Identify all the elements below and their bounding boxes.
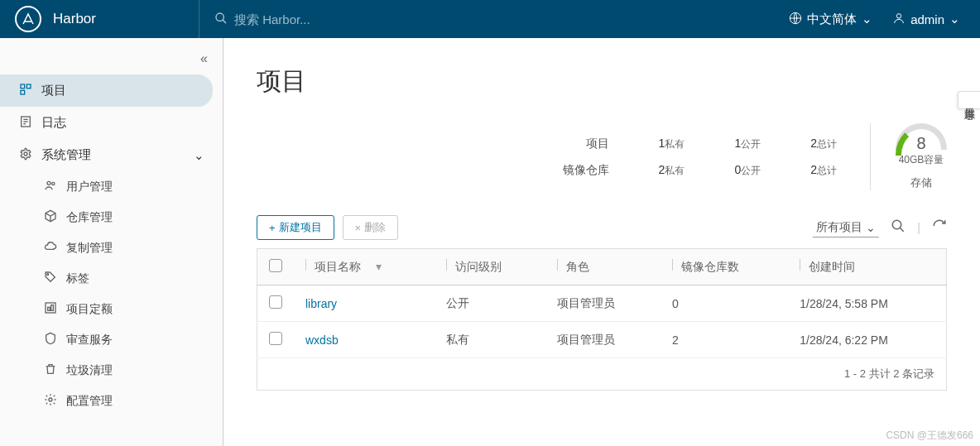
cell-access: 公开 [435, 285, 545, 322]
filter-label: 所有项目 [816, 220, 862, 235]
cell-created: 1/28/24, 6:22 PM [788, 322, 946, 358]
sidebar-item-label: 用户管理 [66, 180, 113, 194]
table-row: wxdsb 私有 项目管理员 2 1/28/24, 6:22 PM [257, 322, 947, 358]
sidebar-item-labels[interactable]: 标签 [25, 263, 223, 294]
plus-icon: + [269, 222, 276, 234]
row-checkbox[interactable] [269, 295, 282, 309]
cell-created: 1/28/24, 5:58 PM [788, 285, 946, 322]
svg-point-0 [216, 13, 223, 21]
sidebar-collapse-button[interactable]: « [0, 46, 223, 74]
button-label: 删除 [364, 220, 386, 235]
delete-button[interactable]: × 删除 [343, 215, 399, 240]
search-icon[interactable] [891, 218, 906, 237]
sidebar-item-quotas[interactable]: 项目定额 [25, 294, 223, 324]
sidebar-item-label: 复制管理 [66, 241, 113, 256]
stat-row-label: 项目 [563, 137, 609, 151]
quota-icon [43, 301, 58, 317]
sidebar-item-logs[interactable]: 日志 [0, 107, 223, 139]
sidebar-item-label: 审查服务 [66, 333, 113, 348]
stat-value: 2总计 [810, 137, 837, 151]
gear-icon [43, 393, 58, 409]
chevron-down-icon: ⌄ [866, 221, 876, 234]
svg-point-14 [47, 274, 49, 276]
close-icon: × [355, 222, 362, 234]
sidebar-item-config[interactable]: 配置管理 [25, 386, 223, 416]
app-header: Harbor 中文简体 ⌄ admin ⌄ [0, 0, 980, 38]
svg-point-3 [896, 13, 901, 17]
search-area [199, 0, 769, 38]
sidebar-item-replication[interactable]: 复制管理 [25, 233, 223, 263]
watermark-text: CSDN @王德发666 [886, 429, 973, 443]
button-label: 新建项目 [279, 220, 322, 235]
sidebar-item-label: 仓库管理 [66, 210, 113, 225]
new-project-button[interactable]: + 新建项目 [257, 215, 334, 240]
svg-line-1 [223, 20, 226, 23]
cell-role: 项目管理员 [545, 285, 661, 322]
table-row: library 公开 项目管理员 0 1/28/24, 5:58 PM [257, 285, 947, 322]
col-access[interactable]: 访问级别 [455, 260, 502, 273]
svg-rect-17 [51, 305, 54, 311]
stat-value: 2总计 [810, 163, 837, 177]
cell-role: 项目管理员 [545, 322, 661, 358]
svg-point-11 [24, 152, 27, 156]
sidebar-item-interrogation[interactable]: 审查服务 [25, 324, 223, 355]
svg-line-20 [901, 228, 905, 232]
row-checkbox[interactable] [269, 332, 282, 345]
refresh-icon[interactable] [932, 218, 947, 237]
table-header-row: 项目名称▾ 访问级别 角色 镜像仓库数 创建时间 [257, 249, 947, 285]
user-icon [892, 12, 906, 27]
sidebar-item-gc[interactable]: 垃圾清理 [25, 355, 223, 386]
projects-table: 项目名称▾ 访问级别 角色 镜像仓库数 创建时间 library 公开 项目管理… [257, 248, 947, 358]
storage-card: 8 40GB容量 存储 [870, 123, 947, 190]
svg-rect-4 [21, 84, 25, 89]
storage-gauge-icon: 8 [896, 123, 947, 150]
project-link[interactable]: library [305, 297, 337, 310]
header-right: 中文简体 ⌄ admin ⌄ [769, 12, 980, 27]
sidebar-subnav: 用户管理 仓库管理 复制管理 标签 项目定额 审查服务 [0, 171, 223, 416]
sidebar-item-users[interactable]: 用户管理 [25, 171, 223, 202]
col-created[interactable]: 创建时间 [809, 260, 855, 273]
globe-icon [789, 12, 802, 27]
gear-icon [18, 147, 33, 163]
sidebar-item-label: 系统管理 [41, 147, 91, 163]
sidebar-item-system-admin[interactable]: 系统管理 ⌄ [0, 139, 223, 171]
svg-rect-16 [48, 307, 50, 310]
sidebar: « 项目 日志 系统管理 ⌄ 用户管理 [0, 38, 223, 446]
project-filter-select[interactable]: 所有项目 ⌄ [813, 218, 879, 237]
user-menu[interactable]: admin ⌄ [892, 12, 960, 27]
project-link[interactable]: wxdsb [305, 333, 339, 347]
cloud-icon [43, 240, 58, 256]
col-name[interactable]: 项目名称 [315, 260, 361, 273]
chevron-down-icon: ⌄ [194, 148, 204, 163]
event-log-tab[interactable]: 事件日志 [958, 91, 980, 109]
chevron-down-icon: ⌄ [862, 12, 872, 26]
cell-repos: 2 [661, 322, 788, 358]
stat-grid: 项目 1私有 1公开 2总计 镜像仓库 2私有 0公开 2总计 [563, 137, 837, 178]
main-content: 项目 项目 1私有 1公开 2总计 镜像仓库 2私有 0公开 2总计 8 40G… [223, 38, 980, 446]
select-all-checkbox[interactable] [269, 259, 282, 272]
svg-point-19 [893, 220, 902, 229]
chevron-down-icon: ⌄ [949, 12, 960, 26]
filter-icon[interactable]: ▾ [376, 260, 382, 273]
col-repos[interactable]: 镜像仓库数 [681, 260, 739, 273]
stat-value: 2私有 [659, 163, 685, 177]
sidebar-item-registries[interactable]: 仓库管理 [25, 202, 223, 233]
sidebar-item-label: 项目定额 [66, 302, 113, 317]
search-input[interactable] [234, 12, 483, 26]
stat-value: 1私有 [659, 137, 685, 151]
sidebar-item-projects[interactable]: 项目 [0, 74, 213, 107]
svg-point-18 [49, 398, 52, 401]
tag-icon [43, 271, 58, 286]
storage-value: 8 [901, 134, 941, 153]
svg-rect-5 [26, 84, 31, 89]
svg-point-13 [52, 182, 55, 185]
svg-point-12 [47, 181, 50, 185]
col-role[interactable]: 角色 [566, 260, 589, 273]
page-title: 项目 [257, 65, 947, 98]
main-container: « 项目 日志 系统管理 ⌄ 用户管理 [0, 38, 980, 446]
projects-icon [18, 83, 33, 98]
shield-icon [43, 332, 58, 348]
stat-row-label: 镜像仓库 [563, 163, 609, 178]
stats-row: 项目 1私有 1公开 2总计 镜像仓库 2私有 0公开 2总计 8 40GB容量… [257, 123, 947, 190]
language-switcher[interactable]: 中文简体 ⌄ [789, 12, 872, 27]
